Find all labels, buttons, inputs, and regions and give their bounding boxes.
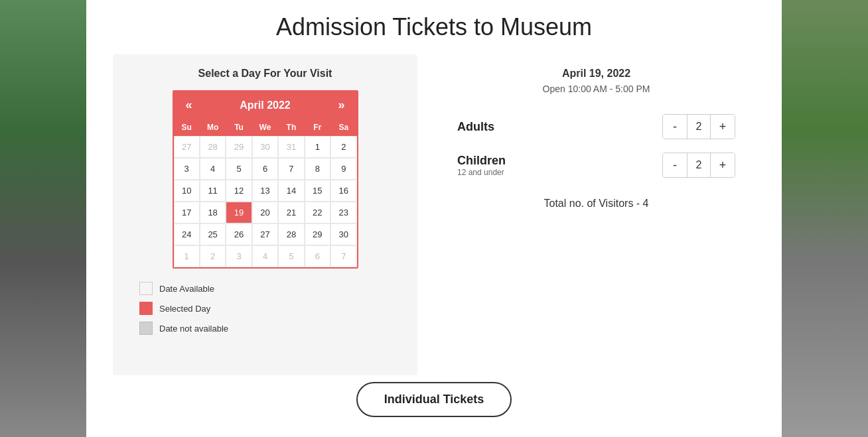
prev-month-button[interactable]: « (183, 98, 195, 112)
legend-label-not-available: Date not available (159, 324, 228, 334)
background-right (782, 0, 868, 437)
table-row[interactable]: 21 (278, 202, 304, 223)
table-row[interactable]: 2 (200, 245, 226, 267)
background-left (0, 0, 86, 437)
right-section: April 19, 2022 Open 10:00 AM - 5:00 PM A… (437, 54, 755, 375)
legend-label-selected: Selected Day (159, 304, 210, 314)
table-row[interactable]: 4 (200, 158, 226, 180)
children-sublabel: 12 and under (457, 168, 506, 177)
table-row[interactable]: 6 (252, 158, 278, 180)
table-row[interactable]: 8 (305, 158, 330, 180)
day-wed: We (252, 119, 278, 136)
day-thu: Th (278, 119, 304, 136)
table-row[interactable]: 27 (252, 223, 278, 245)
legend-label-available: Date Available (159, 284, 214, 294)
children-label-group: Children 12 and under (457, 154, 506, 177)
day-sat: Sa (330, 119, 356, 136)
individual-tickets-button[interactable]: Individual Tickets (356, 382, 512, 417)
total-visitors: Total no. of Visitors - 4 (544, 198, 649, 210)
calendar-grid: 27 28 29 30 31 1 2 3 4 5 6 7 8 9 10 (174, 136, 357, 267)
children-decrement-button[interactable]: - (663, 153, 687, 177)
table-row[interactable]: 13 (252, 180, 278, 202)
adults-decrement-button[interactable]: - (663, 115, 687, 139)
calendar-heading: Select a Day For Your Visit (198, 68, 332, 80)
table-row[interactable]: 5 (278, 245, 304, 267)
table-row[interactable]: 7 (330, 245, 356, 267)
calendar-header: « April 2022 » (174, 92, 357, 119)
day-sun: Su (174, 119, 200, 136)
table-row[interactable]: 27 (174, 136, 200, 158)
day-mon: Mo (200, 119, 226, 136)
table-row[interactable]: 18 (200, 202, 226, 223)
adults-quantity-control: - 2 + (662, 114, 735, 139)
adults-count: 2 (687, 115, 711, 139)
table-row[interactable]: 26 (226, 223, 252, 245)
table-row[interactable]: 16 (330, 180, 356, 202)
adults-row: Adults - 2 + (457, 114, 735, 139)
next-month-button[interactable]: » (335, 98, 347, 112)
table-row[interactable]: 1 (305, 136, 330, 158)
table-row[interactable]: 5 (226, 158, 252, 180)
table-row[interactable]: 28 (200, 136, 226, 158)
page-title: Admission Tickets to Museum (276, 13, 592, 41)
legend-item-available: Date Available (139, 282, 228, 295)
table-row[interactable]: 4 (252, 245, 278, 267)
table-row[interactable]: 22 (305, 202, 330, 223)
main-panel: Admission Tickets to Museum Select a Day… (86, 0, 782, 437)
table-row[interactable]: 29 (226, 136, 252, 158)
table-row[interactable]: 1 (174, 245, 200, 267)
table-row[interactable]: 6 (305, 245, 330, 267)
legend-box-available (139, 282, 153, 295)
adults-label: Adults (457, 120, 494, 134)
adults-label-group: Adults (457, 120, 494, 134)
visit-date: April 19, 2022 (562, 68, 630, 80)
selected-date-cell[interactable]: 19 (226, 202, 252, 223)
legend-item-not-available: Date not available (139, 322, 228, 335)
table-row[interactable]: 25 (200, 223, 226, 245)
legend-item-selected: Selected Day (139, 302, 228, 315)
table-row[interactable]: 20 (252, 202, 278, 223)
table-row[interactable]: 7 (278, 158, 304, 180)
legend-box-not-available (139, 322, 153, 335)
table-row[interactable]: 31 (278, 136, 304, 158)
table-row[interactable]: 28 (278, 223, 304, 245)
table-row[interactable]: 30 (330, 223, 356, 245)
children-row: Children 12 and under - 2 + (457, 153, 735, 178)
children-count: 2 (687, 153, 711, 177)
bottom-section: Individual Tickets (113, 382, 755, 417)
table-row[interactable]: 14 (278, 180, 304, 202)
content-row: Select a Day For Your Visit « April 2022… (113, 54, 755, 375)
visit-hours: Open 10:00 AM - 5:00 PM (543, 84, 650, 94)
table-row[interactable]: 9 (330, 158, 356, 180)
day-fri: Fr (305, 119, 330, 136)
legend-box-selected (139, 302, 153, 315)
month-year-label: April 2022 (240, 99, 290, 111)
table-row[interactable]: 3 (226, 245, 252, 267)
table-row[interactable]: 30 (252, 136, 278, 158)
left-section: Select a Day For Your Visit « April 2022… (113, 54, 417, 375)
table-row[interactable]: 3 (174, 158, 200, 180)
table-row[interactable]: 12 (226, 180, 252, 202)
children-label: Children (457, 154, 506, 168)
children-quantity-control: - 2 + (662, 153, 735, 178)
table-row[interactable]: 29 (305, 223, 330, 245)
table-row[interactable]: 24 (174, 223, 200, 245)
legend: Date Available Selected Day Date not ava… (139, 282, 228, 335)
table-row[interactable]: 10 (174, 180, 200, 202)
table-row[interactable]: 17 (174, 202, 200, 223)
table-row[interactable]: 2 (330, 136, 356, 158)
adults-increment-button[interactable]: + (711, 115, 735, 139)
calendar: « April 2022 » Su Mo Tu We Th Fr Sa (173, 90, 358, 269)
calendar-day-names: Su Mo Tu We Th Fr Sa (174, 119, 357, 136)
day-tue: Tu (226, 119, 252, 136)
children-increment-button[interactable]: + (711, 153, 735, 177)
table-row[interactable]: 11 (200, 180, 226, 202)
table-row[interactable]: 23 (330, 202, 356, 223)
table-row[interactable]: 15 (305, 180, 330, 202)
